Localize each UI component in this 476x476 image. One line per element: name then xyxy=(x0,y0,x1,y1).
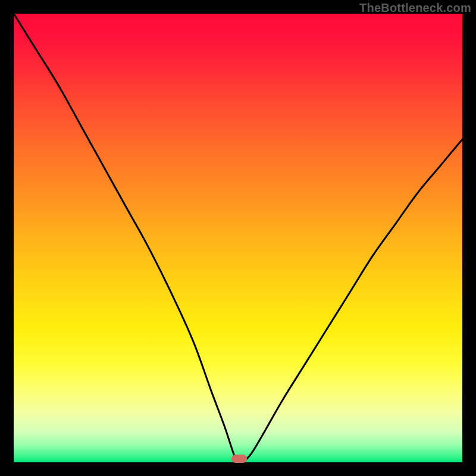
bottleneck-curve xyxy=(14,14,462,462)
watermark-text: TheBottleneck.com xyxy=(359,1,471,15)
plot-frame xyxy=(14,14,462,462)
optimal-point-marker xyxy=(231,455,247,463)
chart-stage: TheBottleneck.com xyxy=(0,0,476,476)
